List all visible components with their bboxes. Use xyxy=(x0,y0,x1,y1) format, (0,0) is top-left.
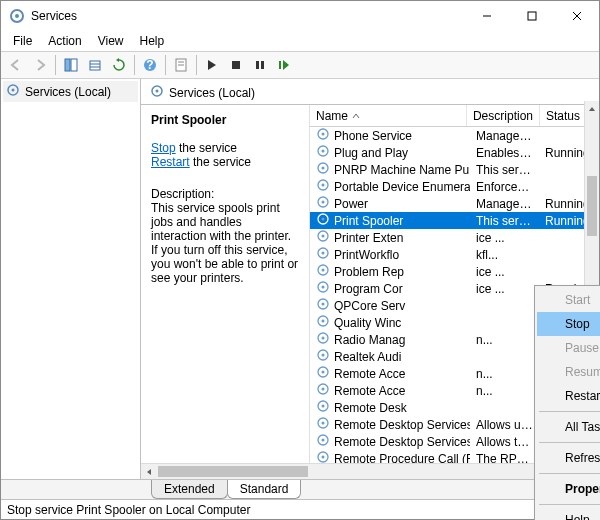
svg-point-1 xyxy=(15,14,19,18)
svg-point-45 xyxy=(322,303,325,306)
column-header-name[interactable]: Name xyxy=(310,105,467,126)
minimize-button[interactable] xyxy=(464,1,509,31)
svg-point-59 xyxy=(322,422,325,425)
show-hide-tree-button[interactable] xyxy=(60,54,82,76)
service-desc-cell: Enables a c... xyxy=(470,146,539,160)
menu-help[interactable]: Help xyxy=(132,32,173,50)
service-desc-cell: kfl... xyxy=(470,248,539,262)
pause-service-button[interactable] xyxy=(249,54,271,76)
window-title: Services xyxy=(31,9,464,23)
service-name-cell: Power xyxy=(334,197,368,211)
service-row[interactable]: Portable Device Enumerator...Enforces gr… xyxy=(310,178,599,195)
gear-icon xyxy=(316,416,330,433)
gear-icon xyxy=(316,280,330,297)
ctx-start[interactable]: Start xyxy=(537,288,600,312)
scrollbar-thumb[interactable] xyxy=(587,176,597,236)
restart-service-link[interactable]: Restart xyxy=(151,155,190,169)
tab-standard[interactable]: Standard xyxy=(227,480,302,499)
svg-point-27 xyxy=(322,150,325,153)
service-name-cell: PrintWorkflo xyxy=(334,248,399,262)
service-desc-cell: This service ... xyxy=(470,163,539,177)
ctx-help[interactable]: Help xyxy=(537,508,600,520)
help-button[interactable]: ? xyxy=(139,54,161,76)
service-row[interactable]: PNRP Machine Name Publi...This service .… xyxy=(310,161,599,178)
service-desc-cell: n... xyxy=(470,333,539,347)
service-name-cell: Quality Winc xyxy=(334,316,401,330)
ctx-separator xyxy=(539,473,600,474)
svg-point-63 xyxy=(322,456,325,459)
ctx-all-tasks[interactable]: All Tasks xyxy=(537,415,600,439)
maximize-button[interactable] xyxy=(509,1,554,31)
horizontal-scrollbar[interactable] xyxy=(141,463,584,479)
svg-point-37 xyxy=(322,235,325,238)
ctx-pause[interactable]: Pause xyxy=(537,336,600,360)
menu-action[interactable]: Action xyxy=(40,32,89,50)
service-name-cell: Portable Device Enumerator... xyxy=(334,180,470,194)
gear-icon xyxy=(316,399,330,416)
forward-button[interactable] xyxy=(29,54,51,76)
scrollbar-thumb[interactable] xyxy=(158,466,308,477)
service-row[interactable]: Plug and PlayEnables a c...Running xyxy=(310,144,599,161)
service-name-cell: Remote Acce xyxy=(334,384,405,398)
svg-point-51 xyxy=(322,354,325,357)
menu-view[interactable]: View xyxy=(90,32,132,50)
back-button[interactable] xyxy=(5,54,27,76)
restart-service-button[interactable] xyxy=(273,54,295,76)
svg-point-35 xyxy=(322,218,325,221)
ctx-properties[interactable]: Properties xyxy=(537,477,600,501)
ctx-refresh[interactable]: Refresh xyxy=(537,446,600,470)
service-row[interactable]: PowerManages p...Running xyxy=(310,195,599,212)
tree-node-services-local[interactable]: Services (Local) xyxy=(3,81,138,102)
tab-extended[interactable]: Extended xyxy=(151,480,228,499)
column-header-description[interactable]: Description xyxy=(467,105,540,126)
gear-icon xyxy=(316,195,330,212)
service-action-line: Stop the service xyxy=(151,141,299,155)
view-tabs: Extended Standard xyxy=(1,479,599,499)
ctx-resume[interactable]: Resume xyxy=(537,360,600,384)
gear-icon xyxy=(316,348,330,365)
service-name-cell: Printer Exten xyxy=(334,231,403,245)
stop-service-button[interactable] xyxy=(225,54,247,76)
svg-point-43 xyxy=(322,286,325,289)
refresh-button[interactable] xyxy=(108,54,130,76)
content-pane: Services (Local) Print Spooler Stop the … xyxy=(141,79,599,479)
export-list-button[interactable] xyxy=(84,54,106,76)
service-name-cell: Realtek Audi xyxy=(334,350,401,364)
description-label: Description: xyxy=(151,187,299,201)
service-desc-cell: ice ... xyxy=(470,282,539,296)
service-row[interactable]: PrintWorkflokfl... xyxy=(310,246,599,263)
gear-icon xyxy=(316,161,330,178)
service-row[interactable]: Phone ServiceManages th... xyxy=(310,127,599,144)
properties-button[interactable] xyxy=(170,54,192,76)
svg-point-47 xyxy=(322,320,325,323)
ctx-separator xyxy=(539,442,600,443)
ctx-restart[interactable]: Restart xyxy=(537,384,600,408)
svg-rect-6 xyxy=(65,59,70,71)
gear-icon xyxy=(316,212,330,229)
service-name-cell: Remote Desktop Services xyxy=(334,418,470,432)
service-name-cell: Remote Desktop Services U... xyxy=(334,435,470,449)
ctx-stop[interactable]: Stop xyxy=(537,312,600,336)
gear-icon xyxy=(316,365,330,382)
toolbar-separator xyxy=(196,55,197,75)
service-row[interactable]: Printer Extenice ... xyxy=(310,229,599,246)
svg-point-55 xyxy=(322,388,325,391)
service-desc-cell: Allows user... xyxy=(470,418,539,432)
menu-file[interactable]: File xyxy=(5,32,40,50)
service-row[interactable]: Problem Repice ... xyxy=(310,263,599,280)
scroll-up-button[interactable] xyxy=(585,101,599,116)
service-desc-cell: Manages th... xyxy=(470,129,539,143)
selected-service-name: Print Spooler xyxy=(151,113,299,127)
services-app-icon xyxy=(9,8,25,24)
service-desc-cell: n... xyxy=(470,367,539,381)
stop-service-link[interactable]: Stop xyxy=(151,141,176,155)
close-button[interactable] xyxy=(554,1,599,31)
tree-node-label: Services (Local) xyxy=(25,85,111,99)
svg-point-61 xyxy=(322,439,325,442)
service-name-cell: QPCore Serv xyxy=(334,299,405,313)
toolbar-separator xyxy=(134,55,135,75)
scrollbar-track[interactable] xyxy=(156,464,569,479)
start-service-button[interactable] xyxy=(201,54,223,76)
service-row[interactable]: Print SpoolerThis service ...Running xyxy=(310,212,599,229)
scroll-left-button[interactable] xyxy=(141,464,156,479)
